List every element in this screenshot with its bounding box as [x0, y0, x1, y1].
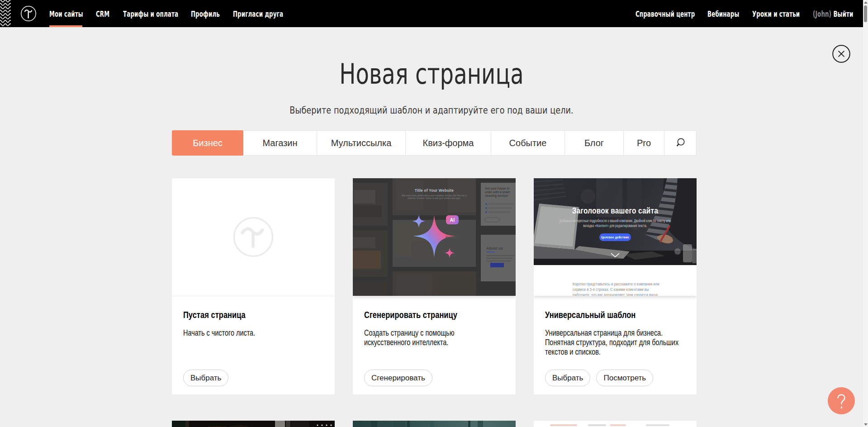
ai-generate-preview[interactable]: Title of Your Website Add some more deta… — [353, 178, 516, 296]
tab-event[interactable]: Событие — [491, 130, 565, 156]
card-title: Пустая страница — [183, 310, 323, 320]
universal-template-preview[interactable]: Заголовок вашего сайта Добавьте интересн… — [534, 178, 697, 296]
choose-button[interactable]: Выбрать — [545, 370, 590, 386]
nav-logout[interactable]: (John) Выйти — [813, 0, 853, 27]
nav-invite-friend[interactable]: Пригласи друга — [233, 0, 282, 27]
collage-hero-title: Title of Your Website — [393, 188, 476, 193]
nav-help-center[interactable]: Справочный центр — [636, 0, 694, 27]
tab-pro[interactable]: Pro — [623, 130, 664, 156]
dark-template-preview — [172, 421, 335, 427]
collage-about-label: About us — [486, 246, 516, 251]
template-hero-title: Заголовок вашего сайта — [549, 206, 681, 216]
card-description: Начать с чистого листа. — [183, 328, 323, 337]
nav-lessons[interactable]: Уроки и статьи — [752, 0, 799, 27]
tab-shop[interactable]: Магазин — [243, 130, 317, 156]
choose-button[interactable]: Выбрать — [183, 370, 228, 386]
card-description: Универсальная страница для бизнеса. Поня… — [545, 328, 685, 356]
tilda-logo[interactable] — [20, 5, 37, 22]
generate-button[interactable]: Сгенерировать — [364, 370, 432, 386]
card-actions: Выбрать — [183, 370, 228, 386]
preview-button[interactable]: Посмотреть — [596, 370, 653, 386]
nav-my-sites-label: Мои сайты — [49, 9, 83, 19]
collage-right-card-title: Get your house in order with a smart cle… — [485, 187, 516, 198]
card-actions: Сгенерировать — [364, 370, 432, 386]
active-nav-underline — [49, 25, 82, 27]
search-icon — [674, 137, 686, 149]
template-card-generate-ai: Title of Your Website Add some more deta… — [353, 178, 516, 394]
collage-hero-subtitle: Add some more details about your company… — [400, 195, 468, 200]
top-navigation-bar: Мои сайты CRM Тарифы и оплата Профиль Пр… — [0, 0, 863, 27]
card-actions: Выбрать Посмотреть — [545, 370, 653, 386]
template-hero-subtitle: Добавьте интересные подробности о вашей … — [552, 218, 679, 228]
tab-multilink[interactable]: Мультиссылка — [317, 130, 406, 156]
nav-webinars[interactable]: Вебинары — [707, 0, 739, 27]
tilda-waves-decoration — [0, 0, 11, 27]
user-name: (John) — [813, 9, 831, 19]
light-template-preview — [534, 421, 697, 427]
scrollbar-up-arrow[interactable] — [864, 1, 868, 4]
card-body: Пустая страница Начать с чистого листа. … — [172, 296, 335, 394]
nav-profile[interactable]: Профиль — [191, 0, 219, 27]
template-card-universal: Заголовок вашего сайта Добавьте интересн… — [534, 178, 697, 394]
card-title: Сгенерировать страницу — [364, 310, 504, 320]
card-body: Универсальный шаблон Универсальная стран… — [534, 296, 697, 394]
main-menu: Мои сайты CRM Тарифы и оплата Профиль Пр… — [49, 0, 282, 27]
collage-feature-label: Feature — [446, 235, 459, 239]
tab-business[interactable]: Бизнес — [172, 130, 243, 156]
card-title: Универсальный шаблон — [545, 310, 685, 320]
tilda-watermark-icon — [232, 216, 274, 258]
scrollbar-thumb[interactable] — [864, 5, 867, 22]
templates-grid: Пустая страница Начать с чистого листа. … — [172, 178, 697, 427]
tab-blog[interactable]: Блог — [564, 130, 624, 156]
logout-label: Выйти — [833, 9, 853, 19]
template-paragraph: Коротко представьтесь и расскажите о ком… — [573, 281, 667, 296]
template-card-row2-2[interactable] — [353, 421, 516, 427]
template-card-row2-1[interactable] — [172, 421, 335, 427]
template-cta-button: Целевое действие — [599, 233, 631, 241]
scrollbar-down-arrow[interactable] — [864, 423, 868, 426]
template-card-row2-3[interactable] — [534, 421, 697, 427]
page-scrollbar[interactable] — [863, 0, 868, 427]
page-subtitle: Выберите подходящий шаблон и адаптируйте… — [86, 104, 777, 116]
tab-search[interactable] — [664, 130, 697, 156]
nav-my-sites[interactable]: Мои сайты — [49, 0, 82, 27]
template-category-tabs: Бизнес Магазин Мультиссылка Квиз-форма С… — [172, 130, 697, 156]
template-card-blank: Пустая страница Начать с чистого листа. … — [172, 178, 335, 394]
nav-crm[interactable]: CRM — [96, 0, 109, 27]
tab-quiz[interactable]: Квиз-форма — [405, 130, 491, 156]
secondary-menu: Справочный центр Вебинары Уроки и статьи… — [636, 0, 853, 27]
close-icon[interactable] — [832, 45, 850, 63]
ai-badge: AI — [446, 215, 459, 224]
page-title: Новая страница — [99, 59, 764, 89]
card-body: Сгенерировать страницу Создать страницу … — [353, 296, 516, 394]
question-mark-icon — [828, 387, 855, 414]
blank-template-preview[interactable] — [172, 178, 335, 296]
card-description: Создать страницу с помощью искусственног… — [364, 328, 504, 347]
nav-tariffs[interactable]: Тарифы и оплата — [123, 0, 177, 27]
teal-template-preview — [353, 421, 516, 427]
help-button[interactable] — [828, 387, 855, 414]
